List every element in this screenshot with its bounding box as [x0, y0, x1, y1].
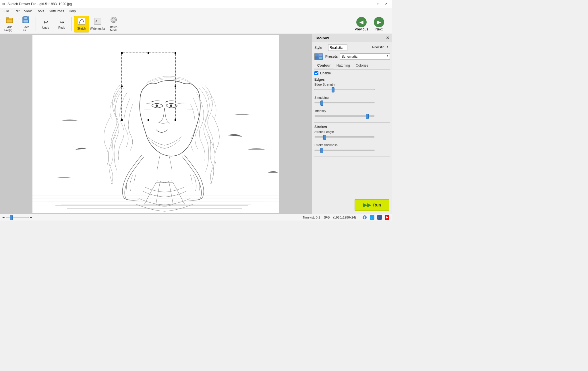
toolbox-body: Style Realistic Schematic Comic Artistic… [312, 42, 392, 196]
maximize-button[interactable]: □ [374, 1, 382, 7]
svg-text:f: f [378, 216, 379, 219]
handle-ml[interactable] [121, 86, 123, 87]
toolbox-title: Toolbox [315, 36, 329, 40]
svg-rect-39 [377, 215, 382, 220]
handle-tr[interactable] [175, 52, 176, 54]
navigation-buttons: ◀ Previous ▶ Next [352, 16, 386, 32]
youtube-button[interactable] [384, 215, 390, 220]
menu-view[interactable]: View [22, 9, 34, 14]
next-label: Next [376, 27, 383, 31]
edge-strength-slider[interactable] [314, 87, 375, 92]
stroke-thickness-label: Stroke thickness [314, 143, 390, 147]
presets-select[interactable]: Schematic Light Heavy Pencil [340, 53, 390, 60]
zoom-minus-button[interactable]: − [2, 215, 5, 220]
svg-rect-31 [315, 54, 318, 57]
tab-hatching[interactable]: Hatching [334, 62, 353, 69]
facebook-button[interactable]: f [377, 215, 382, 220]
enable-label: Enable [320, 71, 331, 75]
intensity-label: Intensity [314, 109, 390, 113]
save-as-label: Saveas… [23, 26, 29, 32]
handle-br[interactable] [175, 119, 176, 121]
toolbox-close-button[interactable]: ✕ [386, 36, 389, 40]
edge-strength-row: Edge Strength [314, 83, 390, 93]
intensity-slider[interactable] [314, 113, 375, 119]
style-row: Style Realistic Schematic Comic Artistic… [314, 45, 390, 51]
smudging-slider[interactable] [314, 100, 375, 105]
style-value: Realistic [372, 45, 384, 49]
zoom-plus-button[interactable]: + [30, 215, 32, 220]
title-bar: ✏ Sketch Drawer Pro - girl-511883_1920.j… [0, 0, 392, 8]
twitter-button[interactable]: t [369, 215, 375, 220]
time-label: Time (s): 0.1 [303, 216, 320, 219]
tab-contour[interactable]: Contour [314, 62, 334, 69]
svg-rect-1 [6, 18, 9, 19]
previous-button[interactable]: ◀ Previous [352, 16, 370, 32]
stroke-length-row: Stroke Length [314, 130, 390, 140]
dimensions-label: (1920x1280x24) [333, 216, 356, 219]
run-button-container: ▶▶ Run [312, 196, 392, 214]
divider-2 [314, 156, 390, 157]
undo-icon: ↩ [43, 19, 48, 26]
zoom-controls: − + [2, 215, 32, 220]
smudging-label: Smudging [314, 96, 390, 99]
style-select[interactable]: Realistic Schematic Comic Artistic [328, 45, 347, 51]
canvas-area[interactable] [0, 34, 312, 214]
intensity-row: Intensity [314, 109, 390, 119]
selection-box[interactable] [121, 53, 176, 120]
sketch-canvas[interactable] [32, 35, 279, 213]
strokes-section-label: Strokes [314, 125, 390, 129]
add-files-button[interactable]: AddFile(s)… [2, 16, 17, 32]
edge-strength-label: Edge Strength [314, 83, 390, 86]
next-button[interactable]: ▶ Next [372, 16, 386, 32]
minimize-button[interactable]: ─ [366, 1, 374, 7]
handle-mr[interactable] [175, 86, 176, 87]
format-label: JPG [324, 216, 330, 219]
batch-mode-label: BatchMode [110, 26, 117, 32]
save-as-button[interactable]: Saveas… [18, 16, 33, 32]
edges-section-label: Edges [314, 78, 390, 82]
svg-text:A: A [95, 20, 97, 23]
sketch-button[interactable]: Sketch [74, 16, 89, 32]
presets-label: Presets [325, 55, 338, 59]
run-button[interactable]: ▶▶ Run [355, 199, 389, 211]
menu-help[interactable]: Help [66, 9, 78, 14]
window-controls: ─ □ ✕ [366, 1, 390, 7]
watermarks-button[interactable]: A Watermarks [90, 16, 105, 32]
batch-mode-button[interactable]: BatchMode [106, 16, 121, 32]
handle-tc[interactable] [148, 52, 149, 54]
svg-rect-4 [23, 20, 28, 23]
tab-colorize[interactable]: Colorize [353, 62, 371, 69]
presets-select-wrapper: Schematic Light Heavy Pencil [340, 53, 390, 60]
svg-rect-34 [319, 57, 322, 59]
stroke-length-slider[interactable] [314, 134, 375, 140]
close-button[interactable]: ✕ [382, 1, 390, 7]
enable-checkbox[interactable] [314, 71, 318, 75]
smudging-row: Smudging [314, 96, 390, 106]
toolbar: AddFile(s)… Saveas… ↩ Undo ↪ Redo Sketch… [0, 14, 392, 34]
svg-rect-32 [319, 54, 322, 57]
redo-label: Redo [58, 26, 65, 29]
stroke-thickness-row: Stroke thickness [314, 143, 390, 154]
handle-tl[interactable] [121, 52, 123, 54]
redo-button[interactable]: ↪ Redo [54, 16, 69, 32]
svg-text:i: i [364, 216, 365, 219]
undo-button[interactable]: ↩ Undo [38, 16, 53, 32]
stroke-thickness-slider[interactable] [314, 148, 375, 153]
save-icon [22, 16, 30, 25]
handle-bc[interactable] [148, 119, 149, 121]
watermarks-icon: A [94, 18, 101, 26]
zoom-slider[interactable] [6, 215, 29, 219]
toolbar-separator-2 [71, 17, 72, 31]
menu-file[interactable]: File [1, 9, 11, 14]
enable-row: Enable [314, 71, 390, 75]
main-layout: Toolbox ✕ Style Realistic Schematic Comi… [0, 34, 392, 214]
menu-tools[interactable]: Tools [34, 9, 47, 14]
info-button[interactable]: i [362, 215, 368, 220]
toolbox-panel: Toolbox ✕ Style Realistic Schematic Comi… [312, 34, 392, 214]
menu-edit[interactable]: Edit [11, 9, 22, 14]
undo-label: Undo [42, 26, 49, 29]
window-title: Sketch Drawer Pro - girl-511883_1920.jpg [7, 2, 366, 6]
handle-bl[interactable] [121, 119, 123, 121]
menu-softorbits[interactable]: SoftOrbits [47, 9, 66, 14]
add-files-icon [6, 16, 14, 25]
